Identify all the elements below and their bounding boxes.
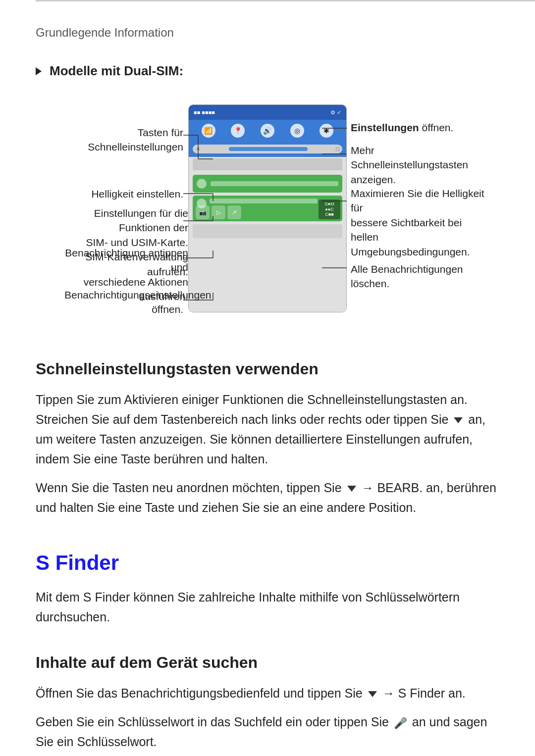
share-icon: ↗ bbox=[227, 205, 241, 219]
status-time: ■■ ■■■■ bbox=[194, 108, 215, 117]
inhalte-para-2: Geben Sie ein Schlüsselwort in das Suchf… bbox=[36, 712, 499, 752]
notification-2: 📷 ▷ ↗ S●M●●CC■■ bbox=[193, 196, 342, 221]
triangle-icon bbox=[36, 67, 42, 75]
sound-icon: 🔊 bbox=[261, 124, 274, 138]
wifi-icon: 📶 bbox=[202, 124, 215, 138]
nfc-icon: ◎ bbox=[290, 124, 304, 138]
top-rule bbox=[36, 0, 535, 1]
schnell-para-2: Wenn Sie die Tasten neu anordnen möchten… bbox=[36, 478, 499, 517]
bt-icon: ✱ bbox=[320, 124, 333, 138]
label-benach-einst: Benachrichtigungseinstellungenöffnen. bbox=[64, 288, 183, 317]
schnell-title: Schnelleinstellungstasten verwenden bbox=[36, 357, 499, 381]
label-maximieren: Maximieren Sie die Helligkeit fürbessere… bbox=[351, 186, 484, 259]
chevron-inline-1 bbox=[454, 417, 463, 423]
diagram-container: ■■ ■■■■ ⚙ ✓ 📶 📍 🔊 ◎ ✱ ☀ □ bbox=[50, 95, 485, 332]
sim-row bbox=[193, 158, 342, 170]
mic-icon-inline: 🎤 bbox=[394, 717, 407, 729]
label-tasten: Tasten für Schnelleinstellungen bbox=[64, 125, 183, 154]
bottom-row bbox=[193, 224, 342, 238]
dual-sim-header: Modelle mit Dual-SIM: bbox=[36, 61, 499, 81]
phone-mockup: ■■ ■■■■ ⚙ ✓ 📶 📍 🔊 ◎ ✱ ☀ □ bbox=[188, 104, 347, 312]
label-mehr: Mehr Schnelleinstellungstastenanzeigen. bbox=[351, 143, 484, 187]
page: Grundlegende Information Modelle mit Dua… bbox=[0, 0, 535, 756]
inhalte-title: Inhalte auf dem Gerät suchen bbox=[36, 651, 499, 674]
schnell-para-1: Tippen Sie zum Aktivieren einiger Funkti… bbox=[36, 390, 499, 469]
cone-box: S●M●●CC■■ bbox=[319, 200, 340, 219]
breadcrumb: Grundlegende Information bbox=[36, 24, 499, 42]
phone-status-bar: ■■ ■■■■ ⚙ ✓ bbox=[189, 105, 346, 120]
phone-screen: ■■ ■■■■ ⚙ ✓ 📶 📍 🔊 ◎ ✱ ☀ □ bbox=[189, 105, 346, 312]
notification-1 bbox=[193, 175, 342, 193]
sfinder-desc: Mit dem S Finder können Sie zahlreiche I… bbox=[36, 587, 499, 627]
label-alle: Alle Benachrichtigungen löschen. bbox=[351, 262, 480, 291]
brightness-bar: ☀ □ bbox=[193, 145, 342, 153]
label-einstellungen: Einstellungen öffnen. bbox=[351, 120, 480, 135]
status-icons: ⚙ ✓ bbox=[330, 108, 341, 117]
chevron-inline-3 bbox=[368, 691, 377, 697]
phone-quick-icons: 📶 📍 🔊 ◎ ✱ bbox=[189, 120, 346, 142]
chevron-inline-2 bbox=[347, 486, 356, 492]
sfinder-title: S Finder bbox=[36, 547, 499, 578]
brightness-fill bbox=[229, 147, 308, 151]
inhalte-para-1: Öffnen Sie das Benachrichtigungsbedienfe… bbox=[36, 683, 499, 703]
dual-sim-label: Modelle mit Dual-SIM: bbox=[50, 61, 183, 81]
location-icon: 📍 bbox=[231, 124, 245, 138]
label-helligkeit: Helligkeit einstellen. bbox=[64, 187, 183, 201]
video-icon: ▷ bbox=[212, 205, 225, 219]
